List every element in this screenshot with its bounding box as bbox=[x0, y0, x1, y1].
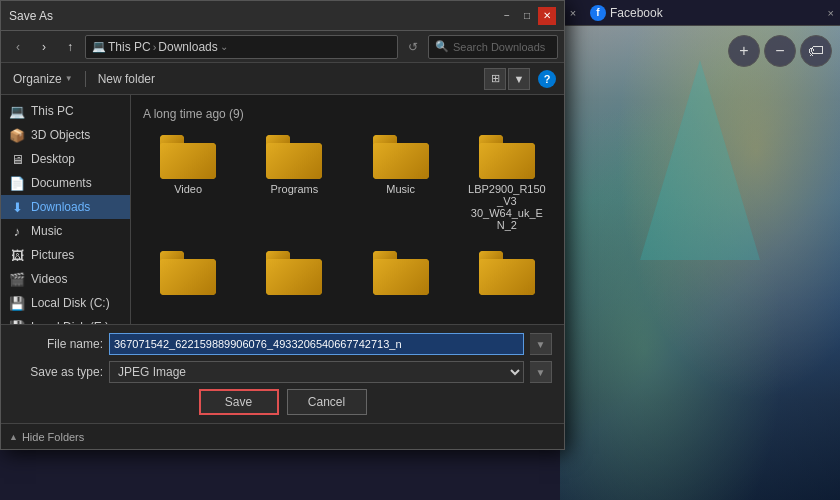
pictures-icon: 🖼 bbox=[9, 248, 25, 263]
sidebar-item-documents[interactable]: 📄 Documents bbox=[1, 171, 130, 195]
folder-5[interactable] bbox=[139, 245, 237, 305]
downloads-icon: ⬇ bbox=[9, 200, 25, 215]
minimize-btn[interactable]: − bbox=[498, 7, 516, 25]
sidebar: 💻 This PC 📦 3D Objects 🖥 Desktop 📄 Docum… bbox=[1, 95, 131, 324]
forward-btn[interactable]: › bbox=[33, 36, 55, 58]
sidebar-item-videos[interactable]: 🎬 Videos bbox=[1, 267, 130, 291]
back-btn[interactable]: ‹ bbox=[7, 36, 29, 58]
search-placeholder: Search Downloads bbox=[453, 41, 545, 53]
folder-programs-label: Programs bbox=[271, 183, 319, 195]
music-icon: ♪ bbox=[9, 224, 25, 239]
zoom-controls: + − 🏷 bbox=[728, 35, 832, 67]
filename-input[interactable] bbox=[109, 333, 524, 355]
title-bar-controls: − □ ✕ bbox=[498, 7, 556, 25]
folder-programs-icon bbox=[266, 135, 322, 179]
facebook-tab-label: Facebook bbox=[610, 6, 663, 20]
folder-video-icon bbox=[160, 135, 216, 179]
title-bar: Save As − □ ✕ bbox=[1, 1, 564, 31]
filename-dropdown-arrow[interactable]: ▼ bbox=[530, 333, 552, 355]
filename-label: File name: bbox=[13, 337, 103, 351]
folder-7-icon bbox=[373, 251, 429, 295]
close-btn[interactable]: ✕ bbox=[538, 7, 556, 25]
facebook-close-icon[interactable]: × bbox=[828, 7, 834, 19]
folder-lbp-label: LBP2900_R150_V3 30_W64_uk_EN_2 bbox=[467, 183, 547, 231]
folder-6-icon bbox=[266, 251, 322, 295]
breadcrumb-pc: This PC bbox=[108, 40, 151, 54]
sidebar-item-this-pc[interactable]: 💻 This PC bbox=[1, 99, 130, 123]
folder-programs[interactable]: Programs bbox=[245, 129, 343, 237]
folder-8[interactable] bbox=[458, 245, 556, 305]
zoom-out-btn[interactable]: − bbox=[764, 35, 796, 67]
sidebar-item-local-c[interactable]: 💾 Local Disk (C:) bbox=[1, 291, 130, 315]
filetype-dropdown-arrow[interactable]: ▼ bbox=[530, 361, 552, 383]
zoom-out-icon: − bbox=[775, 42, 784, 60]
sidebar-label-desktop: Desktop bbox=[31, 152, 75, 166]
hide-folders-btn[interactable]: ▲ Hide Folders bbox=[9, 431, 84, 443]
organize-btn[interactable]: Organize ▼ bbox=[9, 70, 77, 88]
sidebar-item-music[interactable]: ♪ Music bbox=[1, 219, 130, 243]
sidebar-item-pictures[interactable]: 🖼 Pictures bbox=[1, 243, 130, 267]
this-pc-icon: 💻 bbox=[9, 104, 25, 119]
view-chevron-btn[interactable]: ▼ bbox=[508, 68, 530, 90]
breadcrumb-sep1: › bbox=[153, 41, 157, 53]
folder-7[interactable] bbox=[352, 245, 450, 305]
sidebar-item-desktop[interactable]: 🖥 Desktop bbox=[1, 147, 130, 171]
save-button[interactable]: Save bbox=[199, 389, 279, 415]
sidebar-item-downloads[interactable]: ⬇ Downloads bbox=[1, 195, 130, 219]
folder-grid: Video Programs Music bbox=[139, 129, 556, 305]
cancel-button[interactable]: Cancel bbox=[287, 389, 367, 415]
help-btn[interactable]: ? bbox=[538, 70, 556, 88]
breadcrumb-chevron: ⌄ bbox=[220, 41, 228, 52]
maximize-btn[interactable]: □ bbox=[518, 7, 536, 25]
zoom-in-icon: + bbox=[739, 42, 748, 60]
folder-8-icon bbox=[479, 251, 535, 295]
section-header: A long time ago (9) bbox=[139, 103, 556, 129]
sidebar-label-local-c: Local Disk (C:) bbox=[31, 296, 110, 310]
bottom-bar: File name: ▼ Save as type: JPEG Image ▼ … bbox=[1, 324, 564, 423]
desktop-icon: 🖥 bbox=[9, 152, 25, 167]
new-folder-btn[interactable]: New folder bbox=[94, 70, 159, 88]
sidebar-label-pictures: Pictures bbox=[31, 248, 74, 262]
hide-folders-label: Hide Folders bbox=[22, 431, 84, 443]
dialog-title: Save As bbox=[9, 9, 498, 23]
filetype-select[interactable]: JPEG Image bbox=[109, 361, 524, 383]
sidebar-label-3d-objects: 3D Objects bbox=[31, 128, 90, 142]
folder-music-icon bbox=[373, 135, 429, 179]
tag-btn[interactable]: 🏷 bbox=[800, 35, 832, 67]
toolbar-sep bbox=[85, 71, 86, 87]
folder-lbp[interactable]: LBP2900_R150_V3 30_W64_uk_EN_2 bbox=[458, 129, 556, 237]
sidebar-item-local-e[interactable]: 💾 Local Disk (E:) bbox=[1, 315, 130, 324]
documents-icon: 📄 bbox=[9, 176, 25, 191]
breadcrumb-downloads: Downloads bbox=[158, 40, 217, 54]
up-btn[interactable]: ↑ bbox=[59, 36, 81, 58]
sidebar-label-this-pc: This PC bbox=[31, 104, 74, 118]
zoom-in-btn[interactable]: + bbox=[728, 35, 760, 67]
sidebar-label-documents: Documents bbox=[31, 176, 92, 190]
search-bar[interactable]: 🔍 Search Downloads bbox=[428, 35, 558, 59]
folder-video-label: Video bbox=[174, 183, 202, 195]
pc-icon: 💻 bbox=[92, 40, 106, 53]
folder-lbp-icon bbox=[479, 135, 535, 179]
address-bar: ‹ › ↑ 💻 This PC › Downloads ⌄ ↺ 🔍 Search… bbox=[1, 31, 564, 63]
action-row: Save Cancel bbox=[13, 389, 552, 415]
folder-music[interactable]: Music bbox=[352, 129, 450, 237]
folder-5-icon bbox=[160, 251, 216, 295]
folder-music-label: Music bbox=[386, 183, 415, 195]
filename-row: File name: ▼ bbox=[13, 333, 552, 355]
facebook-tab[interactable]: × f Facebook × bbox=[560, 0, 840, 26]
local-c-icon: 💾 bbox=[9, 296, 25, 311]
background-art bbox=[560, 0, 840, 500]
toolbar: Organize ▼ New folder ⊞ ▼ ? bbox=[1, 63, 564, 95]
view-icon-btn[interactable]: ⊞ bbox=[484, 68, 506, 90]
sidebar-item-3d-objects[interactable]: 📦 3D Objects bbox=[1, 123, 130, 147]
save-as-dialog: Save As − □ ✕ ‹ › ↑ 💻 This PC › Download… bbox=[0, 0, 565, 450]
breadcrumb[interactable]: 💻 This PC › Downloads ⌄ bbox=[85, 35, 398, 59]
folder-6[interactable] bbox=[245, 245, 343, 305]
save-label: Save bbox=[225, 395, 252, 409]
search-icon: 🔍 bbox=[435, 40, 449, 53]
dialog-footer: ▲ Hide Folders bbox=[1, 423, 564, 449]
folder-video[interactable]: Video bbox=[139, 129, 237, 237]
refresh-btn[interactable]: ↺ bbox=[402, 36, 424, 58]
tag-icon: 🏷 bbox=[808, 42, 824, 60]
videos-icon: 🎬 bbox=[9, 272, 25, 287]
